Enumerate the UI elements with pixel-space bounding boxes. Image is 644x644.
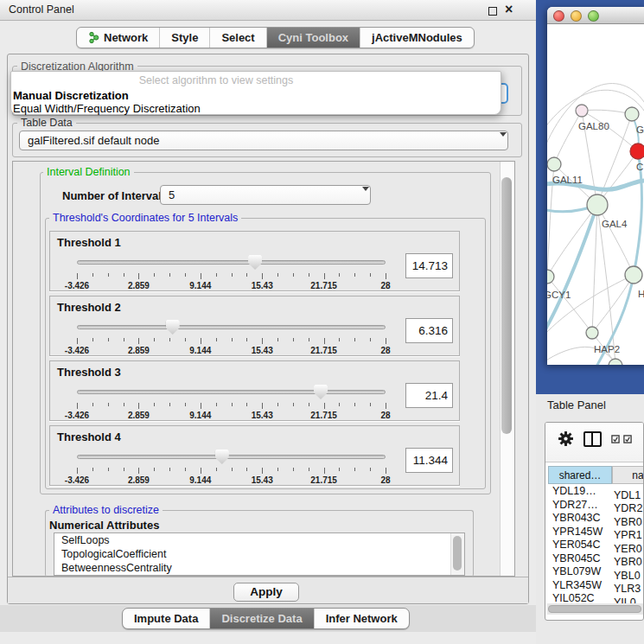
network-node[interactable] (587, 194, 608, 215)
cell-shared-name[interactable]: YBR043C (548, 512, 609, 526)
threshold-4-slider[interactable]: -3.4262.8599.14415.4321.71528 (77, 449, 386, 483)
threshold-1-value-field[interactable]: 14.713 (405, 253, 453, 278)
slider-tick (138, 403, 139, 409)
table-data-combobox[interactable]: galFiltered.sif default node (19, 131, 508, 150)
threshold-4-value-field[interactable]: 11.344 (405, 448, 453, 473)
threshold-3-slider[interactable]: -3.4262.8599.14415.4321.71528 (77, 384, 386, 418)
tab-discretize-data[interactable]: Discretize Data (209, 609, 313, 628)
tab-jactivemnodules[interactable]: jActiveMNodules (360, 28, 474, 48)
threshold-3-value-field[interactable]: 21.4 (405, 383, 453, 408)
checkbox-icon[interactable] (623, 435, 632, 443)
zoom-traffic-light-icon[interactable] (588, 10, 599, 22)
attributes-list-scrollbar-thumb[interactable] (453, 536, 462, 571)
slider-scale-label: -3.426 (65, 281, 89, 290)
network-node[interactable] (625, 266, 642, 284)
table-row[interactable]: YDL19…YDL1 (548, 485, 644, 499)
tab-label: Discretize Data (221, 609, 302, 628)
slider-thumb[interactable] (248, 255, 262, 270)
network-node[interactable] (609, 359, 622, 365)
slider-track[interactable] (77, 260, 386, 265)
algorithm-option-equal-width[interactable]: Equal Width/Frequency Discretization (13, 102, 201, 115)
cell-shared-name[interactable]: YER054C (548, 539, 609, 552)
slider-tick (201, 338, 201, 344)
settings-scrollbar-thumb[interactable] (501, 177, 512, 434)
tab-label: Infer Network (326, 609, 398, 628)
slider-tick (185, 468, 186, 471)
right-side: GAL80GACGAL11GAL4GCY1HHAP2 Table Panel (536, 0, 644, 644)
network-canvas[interactable]: GAL80GACGAL11GAL4GCY1HHAP2 (547, 24, 644, 365)
slider-thumb[interactable] (314, 385, 328, 399)
table-row[interactable]: YPR145WYPR1 (548, 526, 644, 539)
table-row[interactable]: YLR345WYLR3 (548, 579, 644, 593)
slider-track[interactable] (77, 390, 386, 394)
table-row[interactable]: YER054CYER0 (548, 539, 644, 552)
algorithm-option-manual[interactable]: Manual Discretization (13, 89, 129, 102)
slider-tick (124, 273, 124, 277)
close-traffic-light-icon[interactable] (553, 10, 564, 22)
slider-tick (324, 338, 325, 344)
float-window-icon[interactable] (488, 7, 497, 16)
table-row[interactable]: YBR043CYBR0 (548, 512, 644, 526)
cell-shared-name[interactable]: YBR045C (548, 552, 609, 566)
attribute-list-item[interactable]: BetweennessCentrality (54, 561, 464, 575)
slider-thumb[interactable] (215, 450, 229, 464)
network-edge[interactable] (547, 277, 592, 333)
apply-button[interactable]: Apply (233, 583, 299, 602)
tab-impute-data[interactable]: Impute Data (123, 609, 209, 628)
slider-tick (216, 468, 217, 471)
column-header-name[interactable]: na (612, 466, 644, 484)
table-row[interactable]: YBL079WYBL0 (548, 565, 644, 579)
network-node[interactable] (586, 327, 598, 339)
network-node[interactable] (630, 143, 644, 159)
tab-cyni-toolbox[interactable]: Cyni Toolbox (266, 28, 360, 48)
cell-shared-name[interactable]: YDR27… (548, 499, 609, 513)
network-node[interactable] (625, 107, 639, 121)
checkbox-icon[interactable] (611, 435, 620, 443)
table-hscrollbar-track[interactable] (547, 603, 643, 615)
slider-track[interactable] (77, 455, 386, 459)
slider-tick (339, 468, 340, 471)
gear-icon[interactable] (558, 430, 574, 447)
cell-shared-name[interactable]: YLR345W (548, 579, 609, 593)
network-edge[interactable] (554, 111, 582, 164)
network-edge[interactable] (582, 110, 632, 114)
threshold-2-value-field[interactable]: 6.316 (405, 318, 453, 343)
combo-spinner-icon[interactable] (355, 188, 363, 205)
network-window-titlebar[interactable] (547, 7, 644, 24)
network-edge[interactable] (547, 205, 597, 335)
slider-thumb[interactable] (166, 320, 180, 335)
cell-shared-name[interactable]: YBL079W (548, 565, 609, 579)
combo-spinner-icon[interactable] (493, 134, 501, 150)
split-columns-icon[interactable] (583, 431, 602, 447)
cell-shared-name[interactable]: YDL19… (548, 485, 609, 499)
threshold-2-slider[interactable]: -3.4262.8599.14415.4321.71528 (77, 319, 386, 354)
tab-network[interactable]: Network (77, 28, 159, 48)
network-node[interactable] (547, 270, 554, 284)
numerical-attributes-list[interactable]: SelfLoopsTopologicalCoefficientBetweenne… (54, 532, 465, 576)
tab-style[interactable]: Style (159, 28, 209, 48)
tab-infer-network[interactable]: Infer Network (314, 609, 409, 628)
attribute-list-item[interactable]: TopologicalCoefficient (54, 547, 464, 561)
close-icon[interactable]: × (505, 1, 513, 18)
network-window: GAL80GACGAL11GAL4GCY1HHAP2 (547, 7, 644, 365)
table-hscrollbar-thumb[interactable] (548, 605, 641, 613)
threshold-1-slider[interactable]: -3.4262.8599.14415.4321.71528 (77, 254, 386, 289)
minimize-traffic-light-icon[interactable] (571, 10, 582, 22)
network-node[interactable] (547, 157, 561, 171)
table-row[interactable]: YBR045CYBR0 (548, 552, 644, 566)
table-row[interactable]: YDR27…YDR2 (548, 499, 644, 513)
network-node[interactable] (576, 105, 588, 117)
network-edge[interactable] (547, 205, 597, 277)
column-header-shared-name[interactable]: shared… (548, 466, 612, 484)
attribute-list-item[interactable]: SelfLoops (54, 533, 464, 547)
network-edge[interactable] (592, 205, 597, 333)
cell-shared-name[interactable]: YPR145W (548, 526, 609, 539)
tab-select[interactable]: Select (209, 28, 265, 48)
slider-tick (185, 273, 186, 277)
network-edge[interactable] (597, 205, 634, 275)
slider-track[interactable] (77, 325, 386, 329)
number-of-intervals-combobox[interactable]: 5 (160, 185, 371, 205)
slider-tick (124, 338, 124, 341)
slider-tick (154, 403, 155, 406)
table-panel-toolbar (545, 423, 643, 462)
